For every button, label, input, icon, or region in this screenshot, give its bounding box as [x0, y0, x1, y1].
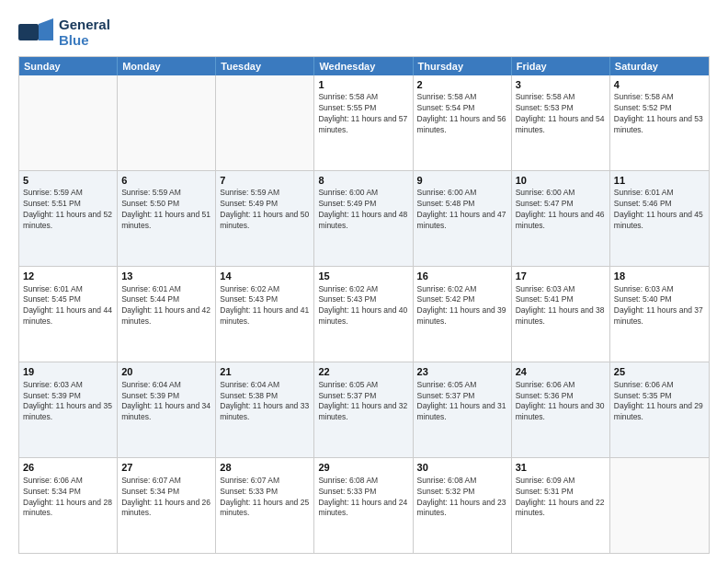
calendar-empty-cell: [216, 75, 314, 170]
day-info: Sunrise: 6:04 AMSunset: 5:38 PMDaylight:…: [220, 380, 310, 424]
calendar-day-31: 31Sunrise: 6:09 AMSunset: 5:31 PMDayligh…: [512, 458, 610, 553]
calendar-row-3: 12Sunrise: 6:01 AMSunset: 5:45 PMDayligh…: [19, 266, 709, 362]
calendar-day-20: 20Sunrise: 6:04 AMSunset: 5:39 PMDayligh…: [118, 362, 216, 457]
calendar: SundayMondayTuesdayWednesdayThursdayFrid…: [18, 56, 710, 555]
day-info: Sunrise: 5:58 AMSunset: 5:55 PMDaylight:…: [318, 92, 408, 136]
day-info: Sunrise: 6:00 AMSunset: 5:48 PMDaylight:…: [417, 188, 507, 232]
weekday-header-monday: Monday: [118, 57, 216, 75]
calendar-day-1: 1Sunrise: 5:58 AMSunset: 5:55 PMDaylight…: [314, 75, 413, 170]
calendar-day-28: 28Sunrise: 6:07 AMSunset: 5:33 PMDayligh…: [216, 458, 314, 553]
weekday-header-friday: Friday: [512, 57, 610, 75]
calendar-header: SundayMondayTuesdayWednesdayThursdayFrid…: [19, 57, 709, 75]
day-info: Sunrise: 5:59 AMSunset: 5:49 PMDaylight:…: [220, 188, 310, 232]
calendar-day-4: 4Sunrise: 5:58 AMSunset: 5:52 PMDaylight…: [610, 75, 709, 170]
day-number: 5: [23, 174, 113, 188]
weekday-header-tuesday: Tuesday: [216, 57, 314, 75]
calendar-day-19: 19Sunrise: 6:03 AMSunset: 5:39 PMDayligh…: [19, 362, 118, 457]
day-info: Sunrise: 6:03 AMSunset: 5:40 PMDaylight:…: [614, 284, 705, 328]
calendar-day-2: 2Sunrise: 5:58 AMSunset: 5:54 PMDaylight…: [414, 75, 512, 170]
day-number: 11: [614, 174, 705, 188]
day-number: 30: [417, 461, 507, 475]
day-number: 24: [516, 365, 606, 379]
day-number: 28: [220, 461, 310, 475]
logo: General Blue: [18, 17, 110, 49]
calendar-day-18: 18Sunrise: 6:03 AMSunset: 5:40 PMDayligh…: [610, 267, 709, 362]
day-info: Sunrise: 6:06 AMSunset: 5:34 PMDaylight:…: [23, 476, 113, 520]
day-number: 29: [318, 461, 408, 475]
calendar-day-23: 23Sunrise: 6:05 AMSunset: 5:37 PMDayligh…: [414, 362, 512, 457]
day-info: Sunrise: 6:08 AMSunset: 5:32 PMDaylight:…: [417, 476, 507, 520]
day-number: 20: [121, 365, 211, 379]
weekday-header-saturday: Saturday: [610, 57, 709, 75]
day-number: 6: [121, 174, 211, 188]
day-info: Sunrise: 5:59 AMSunset: 5:51 PMDaylight:…: [23, 188, 113, 232]
day-info: Sunrise: 6:02 AMSunset: 5:43 PMDaylight:…: [220, 284, 310, 328]
day-info: Sunrise: 6:07 AMSunset: 5:34 PMDaylight:…: [121, 476, 211, 520]
calendar-day-17: 17Sunrise: 6:03 AMSunset: 5:41 PMDayligh…: [512, 267, 610, 362]
day-info: Sunrise: 6:05 AMSunset: 5:37 PMDaylight:…: [318, 380, 408, 424]
calendar-empty-cell: [610, 458, 709, 553]
day-info: Sunrise: 6:00 AMSunset: 5:47 PMDaylight:…: [516, 188, 606, 232]
calendar-day-9: 9Sunrise: 6:00 AMSunset: 5:48 PMDaylight…: [414, 171, 512, 266]
day-info: Sunrise: 6:01 AMSunset: 5:45 PMDaylight:…: [23, 284, 113, 328]
day-number: 27: [121, 461, 211, 475]
calendar-day-15: 15Sunrise: 6:02 AMSunset: 5:43 PMDayligh…: [314, 267, 413, 362]
day-info: Sunrise: 5:58 AMSunset: 5:52 PMDaylight:…: [614, 92, 705, 136]
weekday-header-thursday: Thursday: [414, 57, 512, 75]
day-number: 2: [417, 78, 507, 92]
day-info: Sunrise: 5:59 AMSunset: 5:50 PMDaylight:…: [121, 188, 211, 232]
day-number: 8: [318, 174, 408, 188]
day-number: 25: [614, 365, 705, 379]
calendar-day-10: 10Sunrise: 6:00 AMSunset: 5:47 PMDayligh…: [512, 171, 610, 266]
day-number: 9: [417, 174, 507, 188]
logo-text-general: General: [59, 17, 110, 32]
day-info: Sunrise: 6:08 AMSunset: 5:33 PMDaylight:…: [318, 476, 408, 520]
calendar-day-14: 14Sunrise: 6:02 AMSunset: 5:43 PMDayligh…: [216, 267, 314, 362]
calendar-day-16: 16Sunrise: 6:02 AMSunset: 5:42 PMDayligh…: [414, 267, 512, 362]
calendar-day-24: 24Sunrise: 6:06 AMSunset: 5:36 PMDayligh…: [512, 362, 610, 457]
day-info: Sunrise: 6:06 AMSunset: 5:35 PMDaylight:…: [614, 380, 705, 424]
calendar-empty-cell: [19, 75, 118, 170]
svg-rect-0: [18, 24, 39, 40]
calendar-day-13: 13Sunrise: 6:01 AMSunset: 5:44 PMDayligh…: [118, 267, 216, 362]
day-info: Sunrise: 6:05 AMSunset: 5:37 PMDaylight:…: [417, 380, 507, 424]
day-info: Sunrise: 6:04 AMSunset: 5:39 PMDaylight:…: [121, 380, 211, 424]
calendar-body: 1Sunrise: 5:58 AMSunset: 5:55 PMDaylight…: [19, 75, 709, 554]
calendar-empty-cell: [118, 75, 216, 170]
day-number: 21: [220, 365, 310, 379]
calendar-row-1: 1Sunrise: 5:58 AMSunset: 5:55 PMDaylight…: [19, 75, 709, 170]
day-number: 23: [417, 365, 507, 379]
day-number: 17: [516, 270, 606, 283]
day-number: 19: [23, 365, 113, 379]
day-number: 12: [23, 270, 113, 283]
day-info: Sunrise: 6:01 AMSunset: 5:46 PMDaylight:…: [614, 188, 705, 232]
day-number: 14: [220, 270, 310, 283]
calendar-day-8: 8Sunrise: 6:00 AMSunset: 5:49 PMDaylight…: [314, 171, 413, 266]
calendar-day-26: 26Sunrise: 6:06 AMSunset: 5:34 PMDayligh…: [19, 458, 118, 553]
day-info: Sunrise: 6:07 AMSunset: 5:33 PMDaylight:…: [220, 476, 310, 520]
calendar-day-11: 11Sunrise: 6:01 AMSunset: 5:46 PMDayligh…: [610, 171, 709, 266]
day-number: 3: [516, 78, 606, 92]
day-info: Sunrise: 6:06 AMSunset: 5:36 PMDaylight:…: [516, 380, 606, 424]
calendar-day-12: 12Sunrise: 6:01 AMSunset: 5:45 PMDayligh…: [19, 267, 118, 362]
day-info: Sunrise: 5:58 AMSunset: 5:53 PMDaylight:…: [516, 92, 606, 136]
day-number: 18: [614, 270, 705, 283]
day-info: Sunrise: 6:02 AMSunset: 5:43 PMDaylight:…: [318, 284, 408, 328]
page: General Blue SundayMondayTuesdayWednesda…: [0, 0, 728, 563]
day-number: 22: [318, 365, 408, 379]
calendar-row-5: 26Sunrise: 6:06 AMSunset: 5:34 PMDayligh…: [19, 457, 709, 553]
day-info: Sunrise: 6:03 AMSunset: 5:39 PMDaylight:…: [23, 380, 113, 424]
logo-text-blue: Blue: [59, 32, 110, 48]
calendar-day-7: 7Sunrise: 5:59 AMSunset: 5:49 PMDaylight…: [216, 171, 314, 266]
calendar-day-3: 3Sunrise: 5:58 AMSunset: 5:53 PMDaylight…: [512, 75, 610, 170]
calendar-day-27: 27Sunrise: 6:07 AMSunset: 5:34 PMDayligh…: [118, 458, 216, 553]
calendar-row-2: 5Sunrise: 5:59 AMSunset: 5:51 PMDaylight…: [19, 170, 709, 266]
weekday-header-sunday: Sunday: [19, 57, 118, 75]
day-number: 4: [614, 78, 705, 92]
logo-icon: [18, 18, 53, 46]
day-number: 13: [121, 270, 211, 283]
day-number: 1: [318, 78, 408, 92]
calendar-day-21: 21Sunrise: 6:04 AMSunset: 5:38 PMDayligh…: [216, 362, 314, 457]
header: General Blue: [18, 17, 710, 49]
day-number: 10: [516, 174, 606, 188]
